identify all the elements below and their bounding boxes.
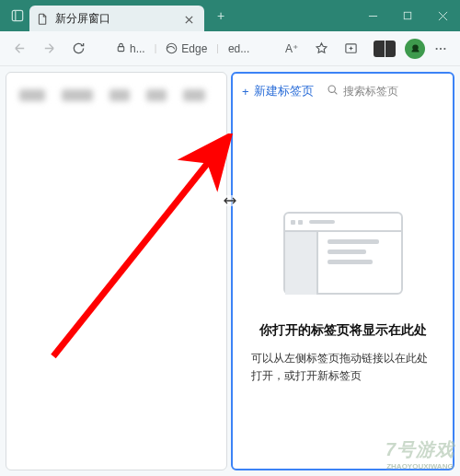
- split-screen-indicator[interactable]: [374, 41, 396, 57]
- browser-toolbar: h... | Edge | ed... A⁺: [0, 31, 460, 66]
- new-tab-label: 新建标签页: [254, 83, 314, 99]
- close-window-button[interactable]: [425, 0, 460, 31]
- svg-point-13: [436, 47, 438, 49]
- blurred-content: [6, 73, 226, 133]
- svg-rect-5: [404, 12, 411, 19]
- separator: |: [155, 43, 157, 53]
- svg-line-17: [334, 92, 337, 95]
- browser-tab[interactable]: 新分屏窗口: [29, 6, 204, 31]
- left-pane[interactable]: [6, 72, 227, 470]
- tab-close-icon[interactable]: [184, 12, 197, 25]
- tab-title: 新分屏窗口: [55, 11, 184, 27]
- tab-search-box[interactable]: 搜索标签页: [327, 84, 398, 99]
- empty-illustration: [283, 212, 403, 295]
- search-icon: [327, 84, 339, 99]
- new-tab-button[interactable]: +: [210, 8, 232, 23]
- ed-label: ed...: [228, 42, 249, 55]
- svg-rect-8: [118, 47, 123, 52]
- refresh-button[interactable]: [64, 35, 92, 63]
- favorite-button[interactable]: [307, 35, 335, 63]
- empty-description: 可以从左侧标签页拖动链接以在此处打开，或打开新标签页: [246, 350, 440, 385]
- tab-actions-icon[interactable]: [6, 4, 29, 28]
- new-tab-link[interactable]: + 新建标签页: [242, 83, 314, 99]
- svg-point-9: [167, 43, 178, 53]
- right-pane-header: + 新建标签页 搜索标签页: [233, 74, 453, 109]
- svg-point-14: [440, 47, 442, 49]
- forward-button[interactable]: [35, 35, 63, 63]
- more-menu-button[interactable]: [427, 35, 454, 63]
- svg-rect-0: [12, 10, 22, 20]
- window-controls: [355, 0, 460, 31]
- maximize-button[interactable]: [390, 0, 425, 31]
- edge-branding: Edge: [166, 42, 207, 55]
- reader-button[interactable]: A⁺: [278, 35, 305, 63]
- address-text: h...: [130, 42, 145, 55]
- svg-point-15: [443, 47, 445, 49]
- separator: |: [216, 43, 219, 53]
- empty-title: 你打开的标签页将显示在此处: [246, 322, 440, 339]
- profile-avatar[interactable]: [405, 39, 425, 59]
- svg-point-16: [328, 86, 335, 92]
- right-pane[interactable]: + 新建标签页 搜索标签页: [231, 72, 454, 470]
- tab-page-icon: [37, 12, 50, 25]
- back-button[interactable]: [6, 35, 33, 63]
- window-titlebar: 新分屏窗口 +: [0, 0, 460, 31]
- split-divider-handle[interactable]: [222, 195, 238, 206]
- lock-icon: [116, 42, 126, 54]
- search-placeholder: 搜索标签页: [343, 84, 398, 99]
- minimize-button[interactable]: [355, 0, 390, 31]
- address-bar-area[interactable]: h... | Edge | ed...: [112, 42, 253, 55]
- collections-button[interactable]: [337, 35, 364, 63]
- split-content: + 新建标签页 搜索标签页: [0, 66, 460, 476]
- empty-state: 你打开的标签页将显示在此处 可以从左侧标签页拖动链接以在此处打开，或打开新标签页: [233, 212, 453, 385]
- plus-icon: +: [242, 85, 249, 99]
